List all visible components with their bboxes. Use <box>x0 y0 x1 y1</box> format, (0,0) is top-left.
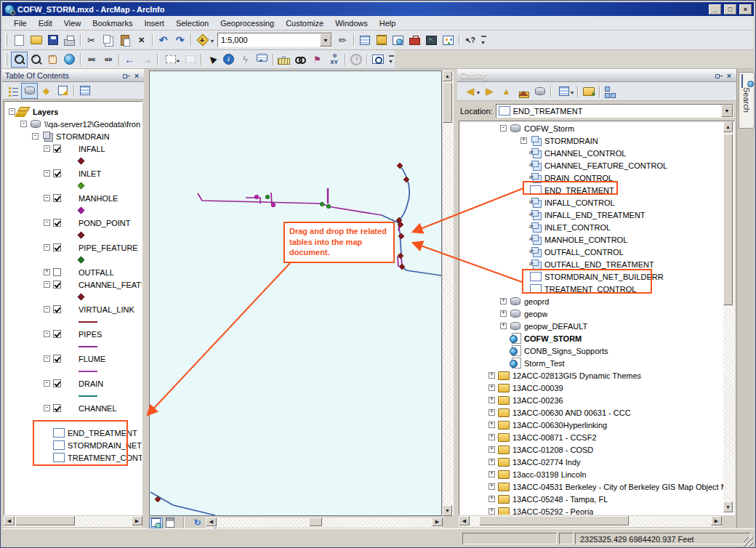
layer-checkbox[interactable] <box>53 219 61 227</box>
toc-layer-row[interactable]: - VIRTUAL_LINK <box>4 303 142 315</box>
overflow[interactable]: ▾ <box>478 32 488 48</box>
catalog-item-label[interactable]: 13ACC-05248 - Tampa, FL <box>512 495 608 504</box>
catalog-item-label[interactable]: 13ACC-00039 <box>512 384 563 392</box>
catalog-item-row[interactable]: INFALL_END_TREATMENT <box>459 209 734 221</box>
fixed-zoom-out[interactable]: «» <box>100 52 116 68</box>
layer-checkbox[interactable] <box>53 330 61 338</box>
html-popup[interactable]: ϟ <box>237 52 254 68</box>
tree-expander[interactable]: - <box>44 281 50 288</box>
measure[interactable] <box>276 52 292 68</box>
catalog-item-label[interactable]: 13ACC-00236 <box>512 396 563 405</box>
delete[interactable]: ✕ <box>133 32 150 48</box>
toc-layer-row[interactable]: - Layers <box>4 105 142 118</box>
catalog-item-row[interactable]: OUTFALL_CONTROL <box>459 246 734 258</box>
home[interactable] <box>515 84 531 100</box>
layer-label[interactable]: INLET <box>79 169 101 178</box>
tree-expander[interactable]: + <box>488 384 495 391</box>
layer-symbol[interactable] <box>78 158 85 165</box>
scrollbar-thumb[interactable] <box>723 134 733 305</box>
time-slider[interactable] <box>347 52 364 68</box>
layer-symbol[interactable] <box>78 182 85 190</box>
catalog-item-label[interactable]: 13ACC-00871 - CCSF2 <box>512 433 597 442</box>
layer-label[interactable]: \\qa-server12\Geodata\fron <box>44 120 140 129</box>
layer-label[interactable]: VIRTUAL_LINK <box>79 305 134 314</box>
layer-checkbox[interactable] <box>53 355 61 363</box>
scroll-left-icon[interactable]: ◀ <box>4 516 15 525</box>
scroll-right-icon[interactable]: ▶ <box>711 516 722 525</box>
catalog-item-row[interactable]: OUTFALL_END_TREATMENT <box>459 258 734 270</box>
scroll-down-icon[interactable]: ▼ <box>723 501 733 512</box>
map-canvas[interactable] <box>149 70 442 516</box>
layer-checkbox[interactable] <box>53 145 61 153</box>
tree-expander[interactable]: - <box>44 195 50 201</box>
map-scale-value[interactable]: 1:5,000 <box>218 36 320 44</box>
toc-layer-row[interactable]: - PIPE_FEATURE <box>4 241 142 254</box>
menu-item[interactable]: Selection <box>170 17 214 29</box>
tree-expander[interactable]: + <box>488 372 495 379</box>
catalog-item-label[interactable]: geopw_DEFAULT <box>524 322 587 331</box>
location-value[interactable]: END_TREATMENT <box>510 107 721 116</box>
tree-expander[interactable]: + <box>44 269 50 275</box>
redo[interactable]: ↷ <box>172 32 188 48</box>
layer-label[interactable]: MANHOLE <box>79 194 118 203</box>
map-scale-combo[interactable]: 1:5,000 ▼ <box>217 33 332 47</box>
catalog-item-label[interactable]: INFALL_END_TREATMENT <box>544 211 646 219</box>
print[interactable] <box>61 32 78 48</box>
toc-layer-row[interactable]: - POND_POINT <box>4 217 142 229</box>
resize-grip[interactable] <box>744 537 753 547</box>
tree-expander[interactable]: + <box>488 496 495 502</box>
contents-view[interactable] <box>553 84 575 100</box>
catalog-item-label[interactable]: INLET_CONTROL <box>544 223 611 232</box>
toc-layer-row[interactable]: - STORMDRAIN <box>4 130 142 142</box>
catalog-item-row[interactable]: + geoprd <box>459 295 734 307</box>
save[interactable] <box>44 32 61 48</box>
catalog-item-label[interactable]: geoprd <box>524 297 549 306</box>
catalog-item-label[interactable]: 13ACC-04531 Berkeley - City of Berkeley … <box>512 483 728 491</box>
list-by-source[interactable] <box>21 83 38 99</box>
menu-item[interactable]: Insert <box>138 17 170 29</box>
layer-checkbox[interactable] <box>53 379 61 387</box>
catalog-item-row[interactable]: CONB_Signs_Supports <box>459 344 734 357</box>
catalog-item-row[interactable]: + 13ACC-00630Hyperlinking <box>459 419 734 431</box>
copy[interactable] <box>100 32 116 48</box>
tree-expander[interactable]: + <box>488 422 495 428</box>
tree-expander[interactable]: - <box>44 405 50 411</box>
location-combo[interactable]: END_TREATMENT ▼ <box>496 104 733 118</box>
layer-checkbox[interactable] <box>53 281 61 289</box>
toc-window[interactable] <box>356 32 373 48</box>
identify[interactable]: i <box>220 52 237 68</box>
tree-expander[interactable]: - <box>44 170 50 177</box>
menu-item[interactable]: Help <box>374 17 402 29</box>
tree-expander[interactable]: + <box>488 434 495 440</box>
toc-horizontal-scrollbar[interactable]: ◀ ▶ <box>4 516 142 527</box>
pin-icon[interactable] <box>714 71 723 80</box>
menu-item[interactable]: Geoprocessing <box>214 17 280 29</box>
scrollbar-thumb[interactable] <box>479 516 629 525</box>
tree-expander[interactable]: - <box>44 244 50 251</box>
tree-expander[interactable]: + <box>488 397 495 403</box>
open-folder[interactable] <box>28 32 44 48</box>
layer-label[interactable]: POND_POINT <box>79 219 131 227</box>
title-bar[interactable]: COFW_STORM.mxd - ArcMap - ArcInfo _ □ × <box>2 2 754 16</box>
full-extent[interactable] <box>61 52 78 68</box>
layer-label[interactable]: OUTFALL <box>79 268 114 277</box>
catalog-item-row[interactable]: + STORMDRAIN <box>459 134 734 147</box>
tree-expander[interactable]: + <box>500 323 507 329</box>
catalog-item-row[interactable]: + 13ACC-00630 AND 00631 - CCC <box>459 406 734 419</box>
toc-layer-row[interactable]: - CHANNEL <box>4 402 142 414</box>
layer-label[interactable]: STORMDRAIN_NET_BUI <box>68 441 142 450</box>
tree-expander[interactable]: - <box>32 133 39 140</box>
catalog-item-label[interactable]: TREATMENT_CONTROL <box>544 285 636 294</box>
catalog-item-label[interactable]: STORMDRAIN <box>544 137 598 145</box>
layer-symbol[interactable] <box>79 420 97 422</box>
tree-expander[interactable]: - <box>44 219 50 226</box>
layer-checkbox[interactable] <box>53 305 61 313</box>
catalog-item-row[interactable]: CHANNEL_CONTROL <box>459 147 734 159</box>
layer-checkbox[interactable] <box>53 243 61 251</box>
fixed-zoom-in[interactable]: »« <box>83 52 100 68</box>
catalog-item-label[interactable]: geopw <box>524 310 547 318</box>
catalog-item-row[interactable]: TREATMENT_CONTROL <box>459 283 734 295</box>
pan[interactable] <box>44 52 61 68</box>
toc-layer-row[interactable]: - FLUME <box>4 352 142 365</box>
layer-symbol[interactable] <box>78 257 85 264</box>
